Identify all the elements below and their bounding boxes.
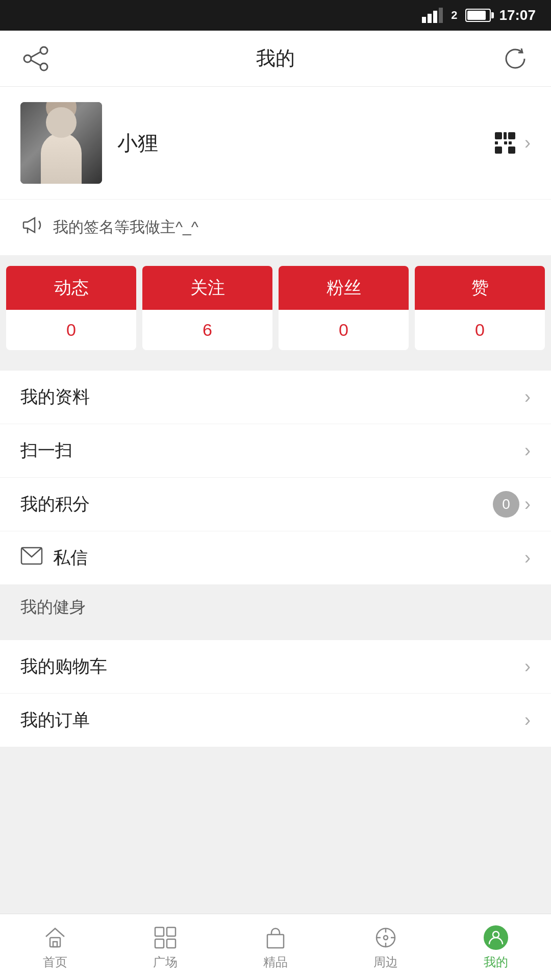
svg-rect-11 (167, 939, 176, 948)
menu-section-2: 我的购物车 › 我的订单 › (0, 640, 551, 747)
nav-item-home[interactable]: 首页 (0, 924, 110, 970)
header: 我的 (0, 31, 551, 87)
stat-label-zan: 赞 (415, 266, 545, 310)
home-icon (42, 924, 68, 951)
menu-item-orders[interactable]: 我的订单 › (0, 694, 551, 747)
chevron-scan-icon: › (524, 440, 531, 461)
menu-item-points-left: 我的积分 (20, 493, 90, 516)
svg-rect-9 (167, 927, 176, 936)
menu-label-scan: 扫一扫 (20, 439, 72, 462)
menu-item-message[interactable]: 私信 › (0, 531, 551, 585)
svg-point-0 (40, 47, 47, 54)
menu-label-orders: 我的订单 (20, 708, 90, 732)
stat-label-dongtai: 动态 (6, 266, 136, 310)
chevron-cart-icon: › (524, 656, 531, 677)
points-badge: 0 (493, 491, 519, 518)
menu-item-points[interactable]: 我的积分 0 › (0, 478, 551, 531)
menu-item-cart[interactable]: 我的购物车 › (0, 640, 551, 694)
mine-icon (483, 924, 509, 951)
profile-left: 小狸 (20, 102, 158, 184)
menu-item-orders-left: 我的订单 (20, 708, 90, 732)
nav-item-mine[interactable]: 我的 (441, 924, 551, 970)
menu-right-profile: › (524, 386, 531, 408)
nav-label-home: 首页 (43, 954, 67, 970)
avatar[interactable] (20, 102, 102, 184)
stat-label-guanzhu: 关注 (142, 266, 272, 310)
svg-point-1 (40, 63, 47, 70)
page-title: 我的 (256, 45, 295, 71)
menu-item-scan[interactable]: 扫一扫 › (0, 424, 551, 478)
menu-right-points: 0 › (493, 491, 531, 518)
profile-section: 小狸 › (0, 87, 551, 200)
nav-label-plaza: 广场 (153, 954, 178, 970)
stat-card-zan[interactable]: 赞 0 (415, 266, 545, 350)
menu-label-message: 私信 (53, 546, 88, 570)
plaza-icon (152, 924, 179, 951)
menu-right-scan: › (524, 440, 531, 461)
stat-value-guanzhu: 6 (203, 310, 212, 350)
status-bar: 2 17:07 (0, 0, 551, 31)
username: 小狸 (117, 129, 158, 157)
stat-value-zan: 0 (475, 310, 485, 350)
stat-label-fensi: 粉丝 (279, 266, 409, 310)
bottom-nav: 首页 广场 精品 (0, 914, 551, 980)
chevron-points-icon: › (524, 494, 531, 515)
menu-right-orders: › (524, 709, 531, 731)
envelope-icon (20, 547, 43, 570)
svg-line-4 (31, 60, 40, 65)
chevron-profile-icon: › (524, 386, 531, 408)
svg-point-19 (493, 932, 499, 938)
network-type: 2 (451, 9, 457, 22)
fitness-section-header: 我的健身 (0, 585, 551, 630)
stat-card-dongtai[interactable]: 动态 0 (6, 266, 136, 350)
profile-chevron-icon: › (524, 132, 531, 154)
svg-point-2 (24, 55, 31, 62)
nav-label-nearby: 周边 (373, 954, 398, 970)
menu-item-cart-left: 我的购物车 (20, 655, 107, 678)
menu-item-profile-info[interactable]: 我的资料 › (0, 371, 551, 424)
svg-rect-8 (155, 927, 164, 936)
menu-section-1: 我的资料 › 扫一扫 › 我的积分 0 › (0, 371, 551, 585)
refresh-button[interactable] (500, 43, 531, 74)
nav-label-mine: 我的 (484, 954, 508, 970)
nav-item-boutique[interactable]: 精品 (220, 924, 331, 970)
boutique-icon (262, 924, 289, 951)
megaphone-icon (20, 214, 43, 241)
menu-label-points: 我的积分 (20, 493, 90, 516)
chevron-message-icon: › (524, 547, 531, 569)
stat-value-dongtai: 0 (66, 310, 76, 350)
svg-rect-10 (155, 939, 164, 948)
menu-item-scan-left: 扫一扫 (20, 439, 72, 462)
menu-item-profile-left: 我的资料 (20, 385, 90, 409)
signature-section: 我的签名等我做主^_^ (0, 200, 551, 256)
menu-item-message-left: 私信 (20, 546, 88, 570)
chevron-orders-icon: › (524, 709, 531, 731)
nearby-icon (372, 924, 399, 951)
points-badge-value: 0 (502, 496, 510, 512)
signal-icon (422, 8, 443, 23)
qr-code-icon (495, 132, 516, 154)
signature-text: 我的签名等我做主^_^ (53, 217, 198, 238)
menu-label-profile: 我的资料 (20, 385, 90, 409)
svg-rect-7 (53, 942, 57, 947)
menu-right-message: › (524, 547, 531, 569)
menu-label-cart: 我的购物车 (20, 655, 107, 678)
battery-icon (465, 9, 491, 22)
nav-item-nearby[interactable]: 周边 (331, 924, 441, 970)
share-button[interactable] (20, 43, 51, 74)
svg-point-14 (384, 936, 388, 940)
stats-grid: 动态 0 关注 6 粉丝 0 赞 0 (0, 266, 551, 350)
profile-right[interactable]: › (495, 132, 531, 154)
nav-item-plaza[interactable]: 广场 (110, 924, 220, 970)
nav-label-boutique: 精品 (263, 954, 288, 970)
stats-section: 动态 0 关注 6 粉丝 0 赞 0 (0, 256, 551, 360)
svg-line-3 (31, 52, 40, 57)
svg-rect-12 (267, 935, 284, 948)
menu-right-cart: › (524, 656, 531, 677)
stat-card-guanzhu[interactable]: 关注 6 (142, 266, 272, 350)
stat-value-fensi: 0 (339, 310, 348, 350)
fitness-header-label: 我的健身 (20, 598, 86, 616)
stat-card-fensi[interactable]: 粉丝 0 (279, 266, 409, 350)
status-time: 17:07 (499, 7, 536, 23)
